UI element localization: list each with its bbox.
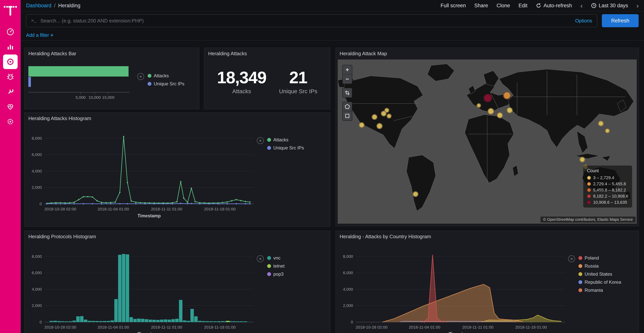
zoom-out-button[interactable]: − xyxy=(343,74,352,84)
svg-text:2,000: 2,000 xyxy=(32,303,42,308)
legend-label: United States xyxy=(584,271,612,277)
attack-location-dot[interactable] xyxy=(384,108,389,113)
attack-location-dot[interactable] xyxy=(503,92,511,99)
attack-location-dot[interactable] xyxy=(359,122,364,128)
legend-item[interactable]: United States xyxy=(578,271,621,277)
metric-value: 18,349 xyxy=(217,68,266,87)
legend-toggle[interactable]: » xyxy=(257,137,264,144)
map-legend-item: 8,182.2 – 10,908.6 xyxy=(587,194,628,199)
attack-location-dot[interactable] xyxy=(386,114,392,119)
panel-heralding-attacks-histogram: Heralding Attacks Histogram 02,0004,0006… xyxy=(24,112,330,227)
svg-text:0: 0 xyxy=(351,320,353,324)
legend-item[interactable]: Attacks xyxy=(267,137,304,143)
search-box: >_ Options xyxy=(26,14,597,27)
map-legend-item: 3 – 2,729.4 xyxy=(587,175,628,180)
map-attribution[interactable]: © OpenStreetMap contributors, Elastic Ma… xyxy=(540,217,636,222)
map-legend-swatch xyxy=(587,200,591,204)
attack-location-dot[interactable] xyxy=(484,94,492,102)
add-filter-label: Add a filter xyxy=(26,33,49,38)
world-map[interactable]: + − xyxy=(338,60,637,224)
sidebar-item-gauge[interactable] xyxy=(3,25,18,39)
telekom-t-logo[interactable] xyxy=(3,3,18,19)
panel-heralding-attack-map: Heralding Attack Map xyxy=(336,48,639,226)
svg-text:Timestamp: Timestamp xyxy=(138,213,160,218)
svg-text:6,000: 6,000 xyxy=(32,270,42,275)
attacks-bar-chart[interactable]: 5,00010,00015,000 xyxy=(28,63,137,106)
fit-data-bounds-button[interactable] xyxy=(343,88,352,97)
legend-item[interactable]: Poland xyxy=(578,255,621,261)
svg-text:2018-10-28 02:00: 2018-10-28 02:00 xyxy=(44,207,76,211)
legend-item[interactable]: Republic of Korea xyxy=(578,279,621,285)
metric-row: 18,349 Attacks 21 Unique Src IPs xyxy=(204,68,330,95)
time-range-label: Last 30 days xyxy=(599,3,628,9)
protocols-bar-chart[interactable]: 02,0004,0006,0008,0002018-10-28 02:00201… xyxy=(27,245,257,333)
legend-item[interactable]: Romania xyxy=(578,287,621,293)
map-legend-range: 10,908.6 – 13,635 xyxy=(593,200,627,205)
legend-item[interactable]: Russia xyxy=(578,263,621,269)
attack-location-dot[interactable] xyxy=(372,114,378,120)
search-row: >_ Options Refresh xyxy=(21,12,644,30)
time-prev-button[interactable]: ‹ xyxy=(580,2,582,9)
clone-button[interactable]: Clone xyxy=(496,3,510,9)
legend-label: telnet xyxy=(273,263,284,269)
legend-swatch xyxy=(578,256,582,260)
attack-location-dot[interactable] xyxy=(413,191,418,197)
attack-location-dot[interactable] xyxy=(506,107,513,113)
auto-refresh-label: Auto-refresh xyxy=(544,3,572,9)
zoom-in-button[interactable]: + xyxy=(343,65,352,74)
sidebar-item-visualize[interactable] xyxy=(3,40,18,54)
legend-label: Attacks xyxy=(273,137,288,143)
attack-location-dot[interactable] xyxy=(605,128,610,133)
breadcrumb-dashboard[interactable]: Dashboard xyxy=(26,3,51,9)
svg-text:0: 0 xyxy=(40,202,42,206)
legend-item[interactable]: vnc xyxy=(267,255,284,261)
legend-item[interactable]: Unique Src IPs xyxy=(267,145,304,151)
legend: vnctelnetpop3 xyxy=(267,255,284,277)
legend-swatch xyxy=(148,82,152,86)
attack-location-dot[interactable] xyxy=(497,112,503,118)
panel-title: Heralding Attacks Histogram xyxy=(24,113,330,124)
attack-location-dot[interactable] xyxy=(476,103,481,108)
search-input[interactable] xyxy=(40,18,571,24)
draw-rectangle-button[interactable] xyxy=(343,111,352,120)
legend-item[interactable]: Unique Src IPs xyxy=(148,81,184,87)
country-area-chart[interactable]: 02,0004,0006,0008,0002018-10-28 02:00201… xyxy=(338,245,568,333)
map-legend-swatch xyxy=(587,182,591,186)
attack-location-dot[interactable] xyxy=(376,123,382,129)
legend-toggle[interactable]: » xyxy=(137,73,144,80)
panel-title: Heralding Protocols Histogram xyxy=(24,231,330,242)
legend-item[interactable]: Attacks xyxy=(148,73,184,79)
legend-toggle[interactable]: » xyxy=(257,255,264,262)
legend-item[interactable]: telnet xyxy=(267,263,284,269)
legend-swatch xyxy=(578,280,582,284)
panel-title: Heralding - Attacks by Country Histogram xyxy=(336,231,639,242)
query-options-link[interactable]: Options xyxy=(575,18,592,24)
attack-location-dot[interactable] xyxy=(598,121,604,126)
map-legend-swatch xyxy=(587,188,591,192)
auto-refresh-button[interactable]: Auto-refresh xyxy=(536,3,572,9)
refresh-button[interactable]: Refresh xyxy=(602,14,639,27)
attack-location-dot[interactable] xyxy=(580,157,585,162)
svg-text:15,000: 15,000 xyxy=(102,95,114,100)
svg-text:2,000: 2,000 xyxy=(343,303,353,308)
full-screen-button[interactable]: Full screen xyxy=(440,3,466,9)
share-button[interactable]: Share xyxy=(474,3,488,9)
map-legend-swatch xyxy=(587,176,591,180)
draw-polygon-button[interactable] xyxy=(343,102,352,111)
legend-item[interactable]: pop3 xyxy=(267,271,284,277)
legend-toggle[interactable]: » xyxy=(568,255,575,262)
edit-button[interactable]: Edit xyxy=(518,3,528,9)
time-range-picker[interactable]: Last 30 days xyxy=(591,3,628,9)
attack-location-dot[interactable] xyxy=(488,108,494,115)
svg-text:2018-11-18 01:00: 2018-11-18 01:00 xyxy=(516,325,547,329)
time-next-button[interactable]: › xyxy=(636,2,639,9)
attacks-line-chart[interactable]: 02,0004,0006,0008,0002018-10-28 02:00201… xyxy=(27,126,257,222)
add-filter-link[interactable]: Add a filter+ xyxy=(26,33,53,38)
sidebar-item-settings[interactable] xyxy=(3,114,18,129)
sidebar-item-bug[interactable] xyxy=(3,70,18,84)
map-legend-item: 2,729.4 – 5,455.8 xyxy=(587,181,628,186)
sidebar-item-tools[interactable] xyxy=(3,84,18,99)
sidebar-item-heralding-active[interactable] xyxy=(3,55,18,69)
sidebar-item-health[interactable] xyxy=(3,99,18,114)
svg-text:2018-11-18 01:00: 2018-11-18 01:00 xyxy=(204,325,236,329)
